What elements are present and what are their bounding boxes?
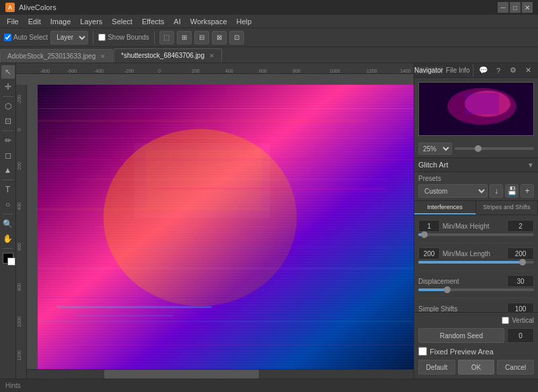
app-icon: A bbox=[5, 3, 15, 12]
ctrl-shifts-val[interactable]: 100 bbox=[507, 303, 534, 312]
foreground-color[interactable] bbox=[3, 253, 13, 264]
ok-button[interactable]: OK bbox=[458, 360, 495, 375]
main-area: ↖ ✛ ⬡ ⊡ ✏ ◻ ▲ T ○ 🔍 ✋ -800 -600 -400 -20… bbox=[0, 63, 538, 379]
panel-chat-icon[interactable]: 💬 bbox=[477, 65, 490, 77]
tool-mode-select[interactable]: Layer bbox=[50, 31, 88, 44]
ctrl-height-slider[interactable] bbox=[418, 233, 534, 236]
close-button[interactable]: ✕ bbox=[522, 2, 533, 13]
maximize-button[interactable]: □ bbox=[510, 2, 521, 13]
seed-value[interactable]: 0 bbox=[507, 328, 534, 343]
ctrl-height-left-val[interactable]: 1 bbox=[418, 220, 440, 232]
effect-expand-icon[interactable]: ▼ bbox=[527, 161, 534, 169]
ruler-vertical: -200 0 200 400 600 800 1000 1200 bbox=[16, 85, 27, 379]
preset-download-btn[interactable]: ↓ bbox=[490, 184, 503, 198]
menu-help[interactable]: Help bbox=[233, 16, 256, 27]
vertical-checkbox[interactable] bbox=[502, 317, 509, 324]
toolbar-separator-2 bbox=[154, 32, 155, 44]
random-seed-button[interactable]: Random Seed bbox=[418, 328, 504, 343]
default-button[interactable]: Default bbox=[418, 360, 455, 375]
show-bounds-text: Show Bounds bbox=[108, 34, 149, 41]
presets-select[interactable]: Custom bbox=[418, 184, 488, 198]
ctrl-minmax-height: 1 Min/Max Height 2 bbox=[414, 218, 538, 241]
toolbar-btn-2[interactable]: ⊞ bbox=[177, 31, 192, 44]
zoom-select[interactable]: 25% bbox=[418, 143, 452, 155]
tool-lasso[interactable]: ⬡ bbox=[1, 100, 15, 113]
status-bar: Hints bbox=[0, 379, 538, 392]
toolbar-separator-1 bbox=[93, 32, 93, 44]
panel-help-icon[interactable]: ? bbox=[492, 65, 504, 77]
preset-add-btn[interactable]: + bbox=[521, 184, 534, 198]
tool-fill[interactable]: ▲ bbox=[1, 163, 15, 177]
panel-close-icon[interactable]: ✕ bbox=[522, 65, 534, 77]
tool-hand[interactable]: ✋ bbox=[1, 232, 15, 245]
canvas[interactable] bbox=[38, 85, 414, 379]
minimize-button[interactable]: ─ bbox=[498, 2, 508, 13]
document-tabs: AdobeStock_253013633.jpeg ✕ *shutterstoc… bbox=[0, 47, 538, 63]
menu-layers[interactable]: Layers bbox=[76, 16, 106, 27]
document-tab-1[interactable]: AdobeStock_253013633.jpeg ✕ bbox=[0, 49, 113, 63]
zoom-area: 25% bbox=[414, 140, 538, 158]
menu-image[interactable]: Image bbox=[46, 16, 75, 27]
tool-shape[interactable]: ○ bbox=[1, 198, 15, 211]
ctrl-disp-slider[interactable] bbox=[418, 288, 534, 291]
fixed-preview-label: Fixed Preview Area bbox=[430, 348, 494, 356]
toolbar-btn-5[interactable]: ⊡ bbox=[229, 31, 244, 44]
tab-close-2[interactable]: ✕ bbox=[209, 52, 215, 59]
menu-workspace[interactable]: Workspace bbox=[186, 16, 231, 27]
presets-area: Presets Custom ↓ 💾 + bbox=[414, 172, 538, 201]
ctrl-disp-label: Displacement bbox=[418, 278, 504, 285]
main-toolbar: Auto Select Layer Show Bounds ⬚ ⊞ ⊟ ⊠ ⊡ bbox=[0, 28, 538, 47]
ctrl-length-fill bbox=[418, 261, 523, 264]
show-bounds-checkbox[interactable] bbox=[98, 34, 106, 41]
vertical-label: Vertical bbox=[512, 317, 534, 324]
fixed-preview-checkbox[interactable] bbox=[418, 347, 427, 356]
sub-tab-stripes[interactable]: Stripes and Shifts bbox=[476, 201, 538, 214]
sub-tab-interferences[interactable]: Interferences bbox=[414, 201, 476, 214]
tool-crop[interactable]: ⊡ bbox=[1, 114, 15, 128]
zoom-slider[interactable] bbox=[455, 147, 534, 150]
toolbar-btn-4[interactable]: ⊠ bbox=[212, 31, 227, 44]
ctrl-length-label: Min/Max Length bbox=[443, 250, 504, 258]
window-controls: ─ □ ✕ bbox=[498, 2, 533, 13]
ctrl-minmax-length: 200 Min/Max Length 200 bbox=[414, 245, 538, 268]
ctrl-disp-val[interactable]: 30 bbox=[507, 275, 534, 287]
ctrl-length-slider[interactable] bbox=[418, 261, 534, 264]
menu-select[interactable]: Select bbox=[108, 16, 137, 27]
ctrl-height-right-val[interactable]: 2 bbox=[507, 220, 534, 232]
auto-select-checkbox[interactable] bbox=[4, 34, 11, 41]
ctrl-length-right-val[interactable]: 200 bbox=[507, 247, 534, 260]
menu-file[interactable]: File bbox=[3, 16, 23, 27]
ctrl-length-thumb bbox=[519, 259, 526, 266]
tool-sep-4 bbox=[3, 214, 13, 214]
tool-zoom[interactable]: 🔍 bbox=[1, 217, 15, 231]
menu-effects[interactable]: Effects bbox=[138, 16, 168, 27]
panel-header: Navigator File Info 💬 ? ⚙ ✕ bbox=[414, 63, 538, 78]
navigator-thumbnail bbox=[418, 82, 534, 136]
tool-text[interactable]: T bbox=[1, 183, 15, 196]
scrollbar-horizontal[interactable] bbox=[27, 369, 414, 379]
ctrl-shifts-label: Simple Shifts bbox=[418, 305, 504, 313]
navigator-tab[interactable]: Navigator bbox=[414, 67, 444, 74]
toolbar-btn-1[interactable]: ⬚ bbox=[159, 31, 174, 44]
vertical-checkbox-row: Vertical bbox=[418, 317, 534, 324]
tool-move[interactable]: ✛ bbox=[1, 80, 15, 93]
background-color[interactable] bbox=[7, 258, 15, 266]
tool-select[interactable]: ↖ bbox=[1, 65, 15, 79]
menu-edit[interactable]: Edit bbox=[24, 16, 45, 27]
cancel-button[interactable]: Cancel bbox=[497, 360, 534, 375]
toolbar-btn-3[interactable]: ⊟ bbox=[194, 31, 209, 44]
tab-close-1[interactable]: ✕ bbox=[100, 53, 106, 60]
panel-settings-icon[interactable]: ⚙ bbox=[507, 65, 519, 77]
tool-brush[interactable]: ✏ bbox=[1, 134, 15, 147]
tool-eraser[interactable]: ◻ bbox=[1, 149, 15, 162]
preset-save-btn[interactable]: 💾 bbox=[505, 184, 518, 198]
menu-ai[interactable]: AI bbox=[169, 16, 184, 27]
file-info-tab[interactable]: File Info bbox=[444, 67, 473, 74]
ctrl-length-left-val[interactable]: 200 bbox=[418, 247, 440, 260]
ctrl-minmax-height-header: 1 Min/Max Height 2 bbox=[418, 220, 534, 232]
panel-icons: 💬 ? ⚙ ✕ bbox=[473, 65, 538, 77]
tool-sep-1 bbox=[3, 96, 13, 97]
canvas-wrapper: -800 -600 -400 -200 0 200 400 600 800 10… bbox=[16, 63, 414, 379]
document-tab-2[interactable]: *shutterstock_68463706.jpg ✕ bbox=[114, 48, 222, 63]
ctrl-shifts-header: Simple Shifts 100 bbox=[418, 303, 534, 312]
